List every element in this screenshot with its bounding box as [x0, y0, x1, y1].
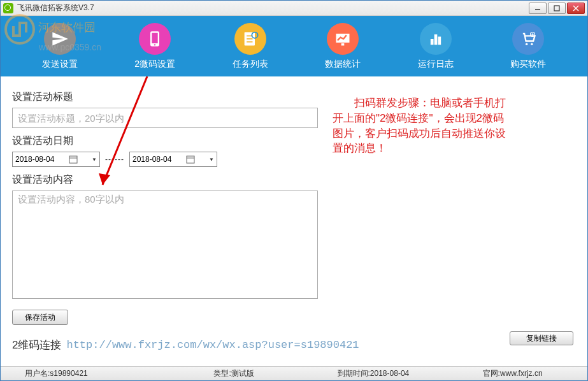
date-start-input[interactable]: 2018-08-04 ▼	[12, 152, 100, 167]
toolbar-label: 运行日志	[418, 59, 454, 70]
app-icon	[3, 3, 13, 13]
content-label: 设置活动内容	[12, 173, 576, 187]
save-button[interactable]: 保存活动	[12, 310, 68, 325]
link-url: http://www.fxrjz.com/wx/wx.asp?user=s198…	[66, 339, 359, 351]
date-separator: ------	[105, 155, 124, 164]
maximize-button[interactable]	[548, 3, 566, 14]
date-end-input[interactable]: 2018-08-04 ▼	[129, 152, 217, 167]
phone-icon	[139, 23, 171, 55]
svg-rect-14	[341, 43, 345, 46]
close-button[interactable]	[567, 3, 585, 14]
minimize-button[interactable]	[529, 3, 547, 14]
bars-icon	[420, 23, 452, 55]
copy-link-button[interactable]: 复制链接	[510, 331, 573, 345]
dropdown-icon: ▼	[92, 157, 97, 162]
svg-rect-27	[187, 156, 194, 163]
window-title: 飞讯微信拓客系统V3.7	[17, 3, 529, 13]
link-row: 2维码连接 http://www.fxrjz.com/wx/wx.asp?use…	[12, 338, 576, 352]
date-start-value: 2018-08-04	[15, 155, 54, 164]
toolbar-purchase[interactable]: 购买软件	[510, 23, 546, 70]
toolbar-label: 任务列表	[233, 59, 268, 70]
svg-rect-16	[434, 34, 437, 45]
statusbar: 用户名:s19890421 类型:测试版 到期时间:2018-08-04 官网:…	[1, 366, 587, 380]
cart-icon	[512, 23, 544, 55]
svg-point-19	[531, 43, 533, 45]
title-input[interactable]	[12, 108, 318, 128]
svg-point-7	[154, 44, 155, 45]
date-end-value: 2018-08-04	[133, 155, 171, 164]
window-controls	[529, 3, 585, 14]
status-type: 类型:测试版	[164, 368, 304, 379]
toolbar-send-settings[interactable]: 发送设置	[42, 23, 78, 70]
titlebar: 飞讯微信拓客系统V3.7	[1, 1, 587, 16]
status-site: 官网:www.fxrjz.cn	[443, 368, 582, 379]
list-icon	[234, 23, 266, 55]
toolbar-label: 数据统计	[325, 59, 361, 70]
toolbar-label: 2微码设置	[134, 59, 175, 70]
toolbar-label: 发送设置	[42, 59, 78, 70]
status-user: 用户名:s19890421	[6, 368, 164, 379]
svg-point-18	[526, 43, 528, 45]
dropdown-icon: ▼	[209, 157, 214, 162]
calendar-icon	[186, 155, 195, 164]
calendar-icon	[69, 155, 78, 164]
svg-rect-6	[152, 32, 158, 43]
content-textarea[interactable]	[12, 190, 318, 299]
status-expire: 到期时间:2018-08-04	[304, 368, 443, 379]
instruction-text: 扫码群发步骤：电脑或者手机打开上面的"2微码连接"，会出现2微码图片，客户扫码成…	[333, 96, 511, 156]
svg-rect-25	[69, 156, 77, 163]
toolbar-qrcode-settings[interactable]: 2微码设置	[134, 23, 175, 70]
send-icon	[44, 23, 76, 55]
svg-rect-17	[438, 36, 441, 45]
main-panel: 设置活动标题 设置活动日期 2018-08-04 ▼ ------ 2018-0…	[1, 76, 587, 357]
link-label: 2维码连接	[12, 338, 61, 352]
svg-rect-15	[431, 39, 434, 45]
toolbar-label: 购买软件	[510, 59, 546, 70]
toolbar-log[interactable]: 运行日志	[418, 23, 454, 70]
toolbar-statistics[interactable]: 数据统计	[325, 23, 361, 70]
chart-icon	[327, 23, 359, 55]
svg-rect-2	[554, 6, 559, 11]
main-toolbar: 发送设置 2微码设置 任务列表 数据统计 运行日志 购买软件	[1, 16, 587, 76]
toolbar-task-list[interactable]: 任务列表	[233, 23, 268, 70]
